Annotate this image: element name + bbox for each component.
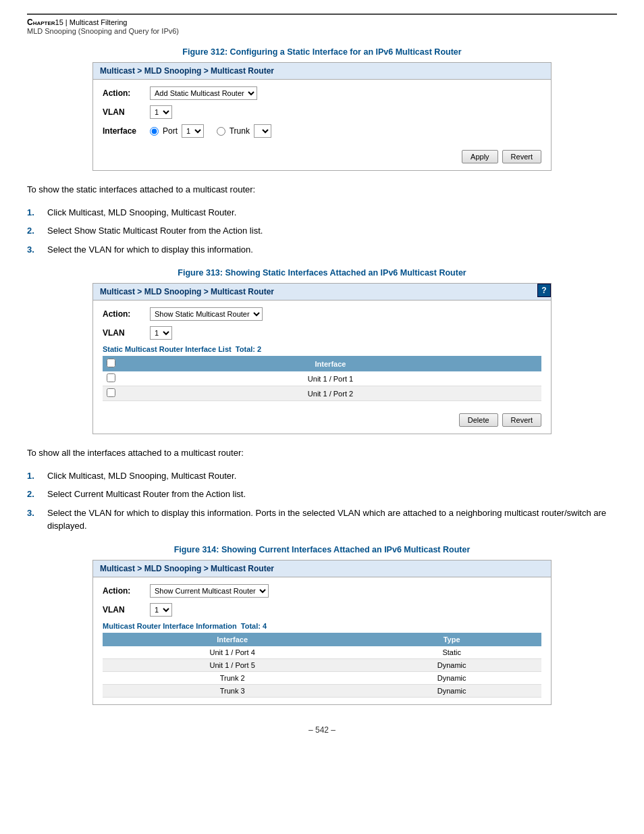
chapter-title: Multicast Filtering — [70, 18, 128, 26]
page-header: Chapter15 | Multicast Filtering MLD Snoo… — [27, 14, 617, 35]
figure312-trunk-select[interactable] — [254, 124, 271, 138]
figure313-table-total: Total: 2 — [236, 345, 261, 353]
table-row: Trunk 3 Dynamic — [103, 684, 541, 697]
figure312-vlan-label: VLAN — [103, 107, 150, 117]
figure314-row3-interface: Trunk 2 — [103, 671, 362, 684]
figure313-table-label: Static Multicast Router Interface List — [103, 345, 232, 353]
step2-1-text: Click Multicast, MLD Snooping, Multicast… — [47, 469, 617, 483]
step1-2-text: Select Show Static Multicast Router from… — [47, 224, 617, 238]
figure314-action-label: Action: — [103, 586, 150, 596]
figure314-row2-interface: Unit 1 / Port 5 — [103, 658, 362, 671]
figure312-vlan-select[interactable]: 1 — [150, 105, 172, 119]
table-row: Trunk 2 Dynamic — [103, 671, 541, 684]
figure313-th-checkbox — [103, 356, 119, 371]
table-row: Unit 1 / Port 1 — [103, 371, 541, 386]
figure312-vlan-row: VLAN 1 — [103, 105, 541, 119]
figure314-vlan-select[interactable]: 1 — [150, 603, 172, 617]
step2-3-text: Select the VLAN for which to display thi… — [47, 506, 617, 533]
step1-2-num: 2. — [27, 224, 47, 238]
chapter-label: Chapter — [27, 18, 55, 27]
figure313-vlan-select-wrap[interactable]: 1 — [150, 326, 172, 340]
figure312-interface-label: Interface — [103, 126, 150, 136]
help-icon[interactable]: ? — [537, 284, 551, 297]
chapter-line: Chapter15 | Multicast Filtering — [27, 18, 617, 27]
figure312-action-label: Action: — [103, 88, 150, 98]
figure312-interface-row: Interface Port 1 Trunk — [103, 124, 541, 138]
figure312-vlan-select-wrap[interactable]: 1 — [150, 105, 172, 119]
figure314-vlan-select-wrap[interactable]: 1 — [150, 603, 172, 617]
figure314-table: Interface Type Unit 1 / Port 4 Static Un… — [103, 633, 541, 698]
figure313-row1-checkbox[interactable] — [107, 373, 115, 382]
figure312-port-label: Port — [163, 126, 178, 136]
figure314-row1-interface: Unit 1 / Port 4 — [103, 646, 362, 659]
figure314-action-select[interactable]: Show Current Multicast Router — [150, 584, 269, 598]
figure313-vlan-label: VLAN — [103, 328, 150, 338]
figure314-vlan-label: VLAN — [103, 605, 150, 615]
figure313-action-select[interactable]: Show Static Multicast Router — [150, 307, 263, 321]
step2-1: 1. Click Multicast, MLD Snooping, Multic… — [27, 469, 617, 483]
figure312-trunk-select-wrap[interactable] — [254, 124, 271, 138]
figure312-revert-btn[interactable]: Revert — [502, 150, 541, 163]
figure314-table-info: Multicast Router Interface Information T… — [103, 622, 541, 630]
figure313-revert-btn[interactable]: Revert — [502, 413, 541, 427]
figure313-vlan-select[interactable]: 1 — [150, 326, 172, 340]
figure314-title: Figure 314: Showing Current Interfaces A… — [27, 545, 617, 554]
table-row: Unit 1 / Port 2 — [103, 386, 541, 401]
figure313-box: Multicast > MLD Snooping > Multicast Rou… — [92, 283, 552, 434]
figure312-nav: Multicast > MLD Snooping > Multicast Rou… — [93, 63, 551, 80]
figure314-action-select-wrap[interactable]: Show Current Multicast Router — [150, 584, 269, 598]
figure313-row1-interface: Unit 1 / Port 1 — [119, 371, 541, 386]
figure313-th-interface: Interface — [119, 356, 541, 371]
figure312-action-select[interactable]: Add Static Multicast Router — [150, 86, 257, 100]
step1-1-num: 1. — [27, 206, 47, 219]
figure314-row4-type: Dynamic — [362, 684, 541, 697]
figure312-trunk-radio[interactable] — [217, 127, 225, 136]
figure313-select-all-checkbox[interactable] — [107, 359, 115, 367]
table-row: Unit 1 / Port 4 Static — [103, 646, 541, 659]
step2-2: 2. Select Current Multicast Router from … — [27, 488, 617, 501]
step2-2-num: 2. — [27, 488, 47, 501]
step2-1-num: 1. — [27, 469, 47, 483]
figure313-table-info: Static Multicast Router Interface List T… — [103, 345, 541, 353]
figure312-action-select-wrap[interactable]: Add Static Multicast Router — [150, 86, 257, 100]
figure313-table: Interface Unit 1 / Port 1 Unit 1 / Port … — [103, 356, 541, 401]
figure313-action-row: Action: Show Static Multicast Router — [103, 307, 541, 321]
table-row: Unit 1 / Port 5 Dynamic — [103, 658, 541, 671]
figure312-port-radio[interactable] — [150, 127, 159, 136]
figure314-nav: Multicast > MLD Snooping > Multicast Rou… — [93, 561, 551, 577]
figure313-vlan-row: VLAN 1 — [103, 326, 541, 340]
figure313-nav: Multicast > MLD Snooping > Multicast Rou… — [93, 284, 551, 301]
figure313-action-select-wrap[interactable]: Show Static Multicast Router — [150, 307, 263, 321]
figure314-th-interface: Interface — [103, 633, 362, 646]
figure314-vlan-row: VLAN 1 — [103, 603, 541, 617]
figure313-row2-interface: Unit 1 / Port 2 — [119, 386, 541, 401]
figure312-apply-btn[interactable]: Apply — [462, 150, 498, 163]
step1-3-text: Select the VLAN for which to display thi… — [47, 243, 617, 257]
page-subtitle: MLD Snooping (Snooping and Query for IPv… — [27, 27, 617, 35]
figure313-row2-checkbox[interactable] — [107, 388, 115, 397]
figure312-port-select-wrap[interactable]: 1 — [182, 124, 204, 138]
figure313-row1-checkbox-cell — [103, 371, 119, 386]
figure314-row1-type: Static — [362, 646, 541, 659]
figure312-title: Figure 312: Configuring a Static Interfa… — [27, 47, 617, 57]
steps2-list: 1. Click Multicast, MLD Snooping, Multic… — [27, 469, 617, 533]
figure313-delete-btn[interactable]: Delete — [459, 413, 498, 427]
chapter-pipe: | — [63, 18, 70, 26]
figure314-row2-type: Dynamic — [362, 658, 541, 671]
page-number: – 542 – — [27, 725, 617, 735]
body-text-1: To show the static interfaces attached t… — [27, 183, 617, 197]
figure312-trunk-label: Trunk — [230, 126, 250, 136]
figure312-action-row: Action: Add Static Multicast Router — [103, 86, 541, 100]
figure312-btn-row: Apply Revert — [103, 145, 541, 163]
step1-3-num: 3. — [27, 243, 47, 257]
figure312-port-select[interactable]: 1 — [182, 124, 204, 138]
step1-1-text: Click Multicast, MLD Snooping, Multicast… — [47, 206, 617, 219]
step2-3: 3. Select the VLAN for which to display … — [27, 506, 617, 533]
chapter-number: 15 — [55, 18, 63, 26]
figure313-row2-checkbox-cell — [103, 386, 119, 401]
figure313-btn-row: Delete Revert — [103, 408, 541, 427]
figure314-action-row: Action: Show Current Multicast Router — [103, 584, 541, 598]
figure314-row4-interface: Trunk 3 — [103, 684, 362, 697]
figure314-th-type: Type — [362, 633, 541, 646]
step1-1: 1. Click Multicast, MLD Snooping, Multic… — [27, 206, 617, 219]
